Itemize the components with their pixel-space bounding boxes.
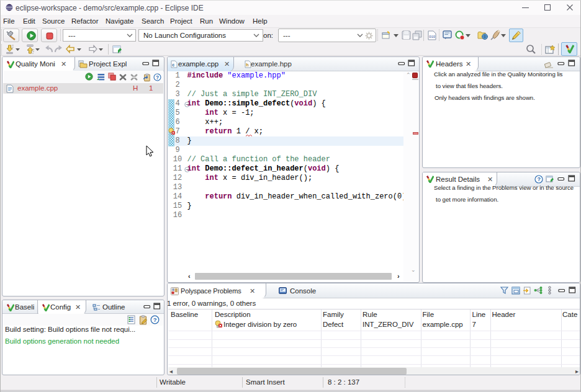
svg-text:?: ? <box>156 75 159 81</box>
svg-text:010: 010 <box>429 35 435 39</box>
svg-text:h: h <box>246 63 248 67</box>
svg-text:c: c <box>172 63 174 67</box>
svg-text:?: ? <box>537 176 541 182</box>
svg-text:?: ? <box>153 316 157 323</box>
